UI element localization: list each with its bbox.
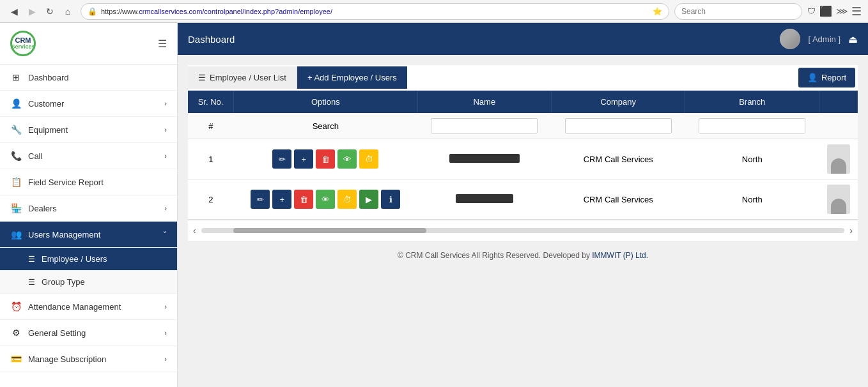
sidebar-item-employee-users[interactable]: ☰ Employee / Users — [0, 248, 177, 271]
chevron-right-icon: › — [164, 100, 167, 107]
top-bar-right: [ Admin ] ⏏ — [780, 29, 858, 49]
chevron-down-icon: ˅ — [163, 231, 167, 239]
sidebar-item-field-service-report[interactable]: 📋 Field Service Report — [0, 169, 177, 195]
users-icon: 👥 — [10, 229, 22, 239]
forward-button[interactable]: ▶ — [24, 4, 40, 19]
sidebar-item-customer[interactable]: 👤 Customer › — [0, 91, 177, 117]
search-company-input[interactable] — [565, 118, 672, 133]
subscription-icon: 💳 — [10, 354, 22, 364]
view-button[interactable]: 👁 — [337, 149, 357, 169]
table-wrapper: Sr. No. Options Name Company Branch # — [188, 91, 858, 220]
call-icon: 📞 — [10, 151, 22, 161]
scroll-right-arrow[interactable]: › — [844, 223, 858, 238]
info-button[interactable]: ℹ — [381, 190, 400, 209]
url-display: https://www.crmcallservices.com/controlp… — [101, 8, 332, 15]
scroll-left-arrow[interactable]: ‹ — [188, 223, 201, 238]
developer-link[interactable]: IMMWIT (P) Ltd. — [592, 251, 648, 260]
view-button[interactable]: 👁 — [316, 190, 335, 209]
report-button[interactable]: 👤 Report — [798, 68, 855, 87]
chevron-right-icon: › — [164, 303, 167, 310]
page-title: Dashboard — [188, 34, 235, 45]
name-cell — [417, 179, 551, 220]
sidebar-item-dashboard[interactable]: ⊞ Dashboard — [0, 64, 177, 91]
scroll-thumb[interactable] — [233, 228, 426, 233]
tabs-row: ☰ Employee / User List + Add Employee / … — [188, 65, 858, 91]
company-cell: CRM Call Services — [552, 179, 685, 220]
chevron-right-icon: › — [164, 126, 167, 133]
add-button[interactable]: + — [272, 190, 291, 209]
time-button[interactable]: ⏱ — [359, 149, 378, 169]
sidebar: CRM Services ☰ ⊞ Dashboard 👤 Customer › … — [0, 23, 178, 387]
edit-button[interactable]: ✏ — [251, 190, 270, 209]
search-row: # Search — [188, 113, 858, 139]
list-icon: ☰ — [198, 73, 206, 82]
dashboard-icon: ⊞ — [10, 72, 22, 82]
col-sr-no: Sr. No. — [188, 91, 234, 113]
user-name-display: [ Admin ] — [808, 34, 841, 44]
name-redacted — [456, 194, 513, 203]
search-label: # — [188, 113, 234, 139]
edit-button[interactable]: ✏ — [272, 149, 291, 169]
list-icon: ☰ — [28, 255, 35, 264]
home-button[interactable]: ⌂ — [60, 4, 75, 19]
employee-table: Sr. No. Options Name Company Branch # — [188, 91, 858, 220]
sidebar-item-equipment[interactable]: 🔧 Equipment › — [0, 117, 177, 143]
sr-no: 2 — [188, 179, 234, 220]
sidebar-item-attendance-management[interactable]: ⏰ Attendance Management › — [0, 294, 177, 320]
table-row: 1 ✏ + 🗑 👁 ⏱ — [188, 139, 858, 179]
dealers-icon: 🏪 — [10, 203, 22, 213]
search-extra-cell — [819, 113, 858, 139]
logout-button[interactable]: ⏏ — [848, 33, 858, 45]
action-buttons-row2: ✏ + 🗑 👁 ⏱ ▶ ℹ — [242, 190, 410, 209]
avatar-cell — [819, 139, 858, 179]
add-button[interactable]: + — [294, 149, 313, 169]
sidebar-item-users-management[interactable]: 👥 Users Management ˅ — [0, 222, 177, 248]
sidebar-logo: CRM Services ☰ — [0, 23, 177, 64]
sidebar-item-group-type[interactable]: ☰ Group Type — [0, 271, 177, 294]
top-bar: Dashboard [ Admin ] ⏏ — [178, 23, 868, 55]
browser-bar: ◀ ▶ ↻ ⌂ 🔒 https://www.crmcallservices.co… — [0, 0, 868, 23]
time-button[interactable]: ⏱ — [337, 190, 357, 209]
play-button[interactable]: ▶ — [359, 190, 378, 209]
search-branch-cell[interactable] — [685, 113, 819, 139]
sidebar-item-call[interactable]: 📞 Call › — [0, 143, 177, 169]
scrollbar-row: ‹ › — [188, 220, 858, 241]
browser-search-input[interactable] — [674, 3, 802, 20]
sidebar-item-manage-subscription[interactable]: 💳 Manage Subscription › — [0, 346, 177, 372]
branch-cell: North — [685, 139, 819, 179]
back-button[interactable]: ◀ — [6, 4, 22, 19]
delete-button[interactable]: 🗑 — [316, 149, 335, 169]
footer: © CRM Call Services All Rights Reserved.… — [188, 241, 858, 270]
search-company-cell[interactable] — [552, 113, 685, 139]
name-cell — [417, 139, 551, 179]
tab-add-employee[interactable]: + Add Employee / Users — [297, 66, 407, 89]
delete-button[interactable]: 🗑 — [294, 190, 313, 209]
search-name-cell[interactable] — [417, 113, 551, 139]
search-branch-input[interactable] — [699, 118, 805, 133]
equipment-icon: 🔧 — [10, 125, 22, 135]
content-area: ☰ Employee / User List + Add Employee / … — [178, 55, 868, 387]
chevron-right-icon: › — [164, 355, 167, 363]
tab-employee-user-list[interactable]: ☰ Employee / User List — [188, 66, 297, 89]
main-content: Dashboard [ Admin ] ⏏ ☰ Employee / User … — [178, 23, 868, 387]
sr-no: 1 — [188, 139, 234, 179]
avatar-cell — [819, 179, 858, 220]
name-redacted — [449, 154, 520, 163]
address-bar[interactable]: 🔒 https://www.crmcallservices.com/contro… — [81, 3, 669, 20]
col-branch: Branch — [685, 91, 819, 113]
list-icon: ☰ — [28, 278, 35, 287]
sidebar-item-general-setting[interactable]: ⚙ General Setting › — [0, 320, 177, 346]
browser-icons: 🛡 ⬛ ⋙ ☰ — [807, 4, 862, 19]
settings-icon: ⚙ — [10, 328, 22, 338]
customer-icon: 👤 — [10, 98, 22, 109]
hamburger-icon[interactable]: ☰ — [158, 38, 167, 50]
scroll-track[interactable] — [201, 228, 845, 233]
reload-button[interactable]: ↻ — [42, 4, 58, 19]
sidebar-item-dealers[interactable]: 🏪 Dealers › — [0, 195, 177, 222]
col-name: Name — [417, 91, 551, 113]
chevron-right-icon: › — [164, 152, 167, 160]
avatar — [780, 29, 800, 49]
col-company: Company — [552, 91, 685, 113]
branch-cell: North — [685, 179, 819, 220]
search-name-input[interactable] — [431, 118, 538, 133]
